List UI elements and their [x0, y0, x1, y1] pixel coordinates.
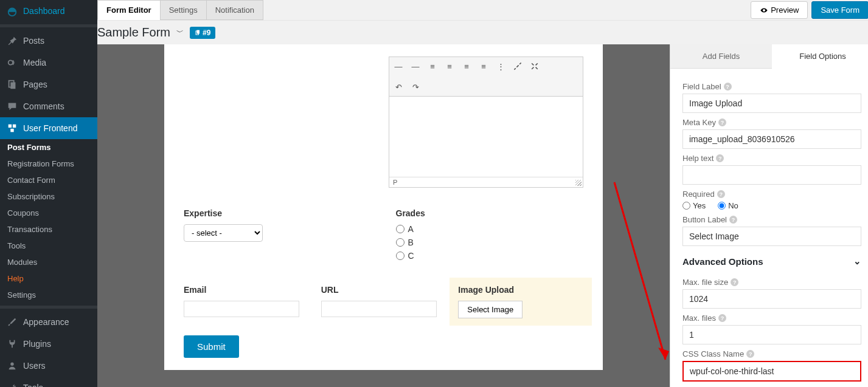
- grade-b-label: B: [408, 238, 414, 247]
- help-icon[interactable]: ?: [717, 190, 725, 198]
- rte-unlink-icon[interactable]: [511, 60, 524, 73]
- form-title-row: Sample Form ﹀ #9: [97, 21, 868, 44]
- sidebar-comments-label: Comments: [23, 101, 64, 111]
- rte-btn[interactable]: ≡: [477, 60, 490, 73]
- sidebar-dashboard[interactable]: Dashboard: [0, 0, 97, 22]
- rte-resize-handle[interactable]: [575, 180, 582, 186]
- tab-add-fields[interactable]: Add Fields: [670, 44, 772, 69]
- advanced-options-label: Advanced Options: [682, 256, 763, 267]
- pin-icon: [6, 35, 18, 47]
- rte-btn[interactable]: ⋮: [494, 60, 507, 73]
- rte-btn[interactable]: —: [409, 60, 422, 73]
- help-icon[interactable]: ?: [746, 350, 754, 358]
- sub-contact-form[interactable]: Contact Form: [0, 172, 97, 188]
- max-files-input[interactable]: [682, 325, 861, 344]
- svg-point-1: [9, 60, 13, 64]
- rte-expand-icon[interactable]: [528, 60, 541, 73]
- chevron-down-icon[interactable]: ﹀: [176, 27, 184, 38]
- help-icon[interactable]: ?: [731, 278, 738, 286]
- rte-undo-icon[interactable]: ↶: [392, 80, 405, 94]
- form-card: — — ≡ ≡ ≡ ≡ ⋮ ↶ ↷: [164, 44, 603, 370]
- help-icon[interactable]: ?: [729, 216, 737, 224]
- rte-redo-icon[interactable]: ↷: [409, 80, 422, 94]
- required-label: Required?: [682, 190, 861, 199]
- help-text-input[interactable]: [682, 165, 861, 185]
- admin-sidebar: Dashboard Posts Media Pages Comments Use…: [0, 0, 97, 387]
- preview-button-label: Preview: [771, 5, 799, 15]
- sidebar-users-label: Users: [23, 361, 46, 371]
- field-label-input[interactable]: [682, 94, 861, 113]
- max-file-size-input[interactable]: [682, 289, 861, 309]
- sub-post-forms[interactable]: Post Forms: [0, 139, 97, 156]
- sub-settings[interactable]: Settings: [0, 287, 97, 303]
- svg-rect-5: [13, 125, 16, 128]
- max-files-label: Max. files?: [682, 313, 861, 323]
- url-label: URL: [321, 285, 446, 295]
- sidebar-pages[interactable]: Pages: [0, 74, 97, 95]
- svg-rect-4: [9, 125, 12, 128]
- rte-btn[interactable]: ≡: [443, 60, 456, 73]
- rte-btn[interactable]: ≡: [426, 60, 439, 73]
- help-icon[interactable]: ?: [718, 314, 726, 322]
- sub-help[interactable]: Help: [0, 270, 97, 287]
- sub-coupons[interactable]: Coupons: [0, 205, 97, 221]
- sidebar-users[interactable]: Users: [0, 355, 97, 377]
- field-label-label: Field Label?: [682, 82, 861, 91]
- button-label-input[interactable]: [682, 227, 861, 246]
- sidebar-appearance[interactable]: Appearance: [0, 311, 97, 333]
- form-id-badge[interactable]: #9: [190, 27, 215, 39]
- image-upload-label: Image Upload: [458, 285, 583, 295]
- sub-tools[interactable]: Tools: [0, 238, 97, 254]
- sidebar-media[interactable]: Media: [0, 52, 97, 74]
- sidebar-posts[interactable]: Posts: [0, 30, 97, 52]
- tab-settings[interactable]: Settings: [160, 0, 207, 20]
- help-icon[interactable]: ?: [716, 154, 724, 162]
- required-no-radio[interactable]: [718, 202, 726, 210]
- email-input[interactable]: [184, 301, 299, 317]
- help-icon[interactable]: ?: [718, 118, 726, 126]
- preview-button[interactable]: Preview: [751, 1, 808, 19]
- sub-modules[interactable]: Modules: [0, 254, 97, 270]
- tab-field-options[interactable]: Field Options: [772, 44, 868, 69]
- help-icon[interactable]: ?: [724, 83, 732, 91]
- rte-textarea[interactable]: P: [389, 97, 583, 188]
- required-yes-radio[interactable]: [682, 202, 690, 210]
- rte-btn[interactable]: ≡: [460, 60, 473, 73]
- submit-button[interactable]: Submit: [184, 335, 239, 358]
- sidebar-media-label: Media: [23, 58, 46, 67]
- grade-c-radio[interactable]: [396, 252, 404, 260]
- svg-rect-8: [196, 31, 199, 35]
- meta-key-label: Meta Key?: [682, 118, 861, 127]
- sub-transactions[interactable]: Transactions: [0, 221, 97, 238]
- sidebar-uf-label: User Frontend: [23, 123, 77, 133]
- tab-notification[interactable]: Notification: [206, 0, 263, 20]
- help-text-label: Help text?: [682, 154, 861, 163]
- sidebar-user-frontend[interactable]: User Frontend: [0, 117, 97, 139]
- page-icon: [6, 78, 18, 91]
- css-class-label: CSS Class Name?: [682, 349, 861, 358]
- grade-c-label: C: [408, 251, 414, 261]
- meta-key-input[interactable]: [682, 129, 861, 149]
- sub-subscriptions[interactable]: Subscriptions: [0, 188, 97, 205]
- grade-a-radio[interactable]: [396, 225, 404, 233]
- select-image-button[interactable]: Select Image: [458, 301, 523, 318]
- save-form-button[interactable]: Save Form: [811, 1, 868, 19]
- url-input[interactable]: [321, 301, 437, 317]
- email-label: Email: [184, 285, 309, 295]
- sidebar-comments[interactable]: Comments: [0, 95, 97, 117]
- sidebar-plugins[interactable]: Plugins: [0, 333, 97, 355]
- plug-icon: [6, 338, 18, 350]
- sidebar-tools[interactable]: Tools: [0, 377, 97, 387]
- grade-b-radio[interactable]: [396, 238, 404, 247]
- css-class-input[interactable]: [682, 361, 861, 382]
- svg-rect-2: [9, 81, 14, 87]
- expertise-select[interactable]: - select -: [184, 224, 263, 242]
- sub-registration-forms[interactable]: Registration Forms: [0, 156, 97, 172]
- svg-rect-6: [10, 129, 13, 132]
- rte-btn[interactable]: —: [392, 60, 405, 73]
- copy-icon: [195, 30, 201, 36]
- tab-form-editor[interactable]: Form Editor: [97, 0, 161, 20]
- grades-label: Grades: [396, 208, 584, 218]
- sidebar-pages-label: Pages: [23, 80, 47, 89]
- advanced-options-toggle[interactable]: Advanced Options ⌄: [682, 250, 861, 273]
